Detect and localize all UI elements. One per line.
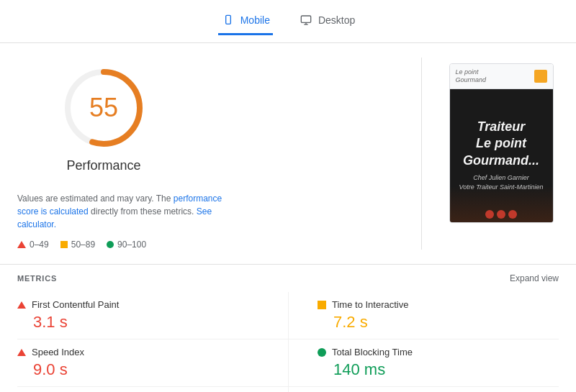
tomato-2	[497, 210, 505, 219]
metric-fcp-header: First Contentful Paint	[17, 299, 259, 310]
metric-tbt: Total Blocking Time 140 ms	[288, 339, 559, 387]
score-area: 55 Performance	[60, 65, 147, 173]
tab-desktop-label: Desktop	[318, 14, 355, 26]
metric-tti-name: Time to Interactive	[332, 299, 408, 310]
legend-item-high: 90–100	[107, 240, 146, 250]
legend: 0–49 50–89 90–100	[17, 240, 146, 250]
metric-tbt-header: Total Blocking Time	[318, 347, 559, 357]
tomatoes-decoration	[485, 210, 517, 219]
score-note-prefix: Values are estimated and may vary. The	[17, 193, 174, 204]
score-value: 55	[89, 93, 118, 123]
screenshot: Le point Gourmand Traiteur Le point Gour…	[449, 63, 554, 223]
svg-rect-0	[225, 15, 230, 24]
title-line3: Gourmand...	[457, 152, 546, 169]
indicator-square-icon	[318, 301, 326, 309]
screenshot-orange-rect	[534, 70, 547, 83]
title-line1: Traiteur	[457, 119, 546, 135]
subtitle-line1: Chef Julien Garnier	[457, 174, 546, 183]
metrics-grid: First Contentful Paint 3.1 s Time to Int…	[17, 292, 559, 392]
metric-tti-header: Time to Interactive	[318, 299, 559, 310]
legend-range-mid: 50–89	[71, 240, 95, 250]
metric-tti-value: 7.2 s	[318, 313, 559, 332]
metric-lcp: Largest Contentful Paint 8.8 s	[17, 387, 288, 392]
score-note: Values are estimated and may vary. The p…	[17, 192, 233, 231]
legend-triangle-icon	[17, 241, 26, 248]
metric-cls: Cumulative Layout Shift 0	[288, 387, 559, 392]
logo-line2: Gourmand	[456, 76, 487, 84]
title-line2: Le point	[457, 136, 546, 152]
legend-circle-icon	[107, 241, 114, 248]
svg-rect-2	[301, 16, 310, 22]
metrics-section: METRICS Expand view First Contentful Pai…	[0, 264, 576, 392]
metric-tbt-value: 140 ms	[318, 360, 559, 379]
tab-mobile[interactable]: Mobile	[218, 10, 273, 35]
left-panel: 55 Performance Values are estimated and …	[17, 58, 400, 250]
desktop-icon	[299, 14, 313, 26]
logo-line1: Le point	[456, 68, 487, 76]
legend-square-icon	[60, 241, 68, 248]
screenshot-header: Le point Gourmand	[450, 64, 553, 89]
tomato-1	[485, 210, 494, 219]
metric-si-name: Speed Index	[32, 347, 84, 357]
right-panel: Le point Gourmand Traiteur Le point Gour…	[444, 58, 559, 250]
tab-desktop[interactable]: Desktop	[296, 10, 358, 35]
metric-fcp: First Contentful Paint 3.1 s	[17, 292, 288, 339]
metric-si-header: Speed Index	[17, 347, 259, 357]
tab-mobile-label: Mobile	[240, 14, 270, 26]
metric-tbt-name: Total Blocking Time	[332, 347, 413, 357]
metrics-title: METRICS	[17, 274, 57, 283]
legend-item-low: 0–49	[17, 240, 49, 250]
mobile-icon	[221, 14, 235, 26]
tomato-3	[508, 210, 517, 219]
screenshot-image: Traiteur Le point Gourmand... Chef Julie…	[450, 89, 553, 222]
screenshot-title: Traiteur Le point Gourmand...	[457, 119, 546, 169]
metric-si-value: 9.0 s	[17, 360, 259, 379]
metric-fcp-value: 3.1 s	[17, 313, 259, 332]
metrics-header: METRICS Expand view	[17, 273, 559, 283]
screenshot-logo: Le point Gourmand	[456, 68, 487, 84]
expand-view-button[interactable]: Expand view	[510, 273, 559, 283]
main-content: 55 Performance Values are estimated and …	[0, 43, 576, 264]
score-circle: 55	[60, 65, 147, 151]
legend-range-low: 0–49	[30, 240, 49, 250]
tab-bar: Mobile Desktop	[0, 0, 576, 43]
indicator-triangle-icon	[17, 301, 26, 309]
indicator-circle-icon	[318, 348, 326, 357]
metric-tti: Time to Interactive 7.2 s	[288, 292, 559, 339]
metric-si: Speed Index 9.0 s	[17, 339, 288, 387]
legend-range-high: 90–100	[117, 240, 146, 250]
legend-item-mid: 50–89	[60, 240, 95, 250]
indicator-triangle-icon-2	[17, 349, 26, 356]
score-label: Performance	[66, 158, 140, 173]
vertical-divider	[421, 58, 422, 250]
score-note-mid: directly from these metrics.	[89, 206, 197, 216]
metric-fcp-name: First Contentful Paint	[32, 299, 119, 310]
